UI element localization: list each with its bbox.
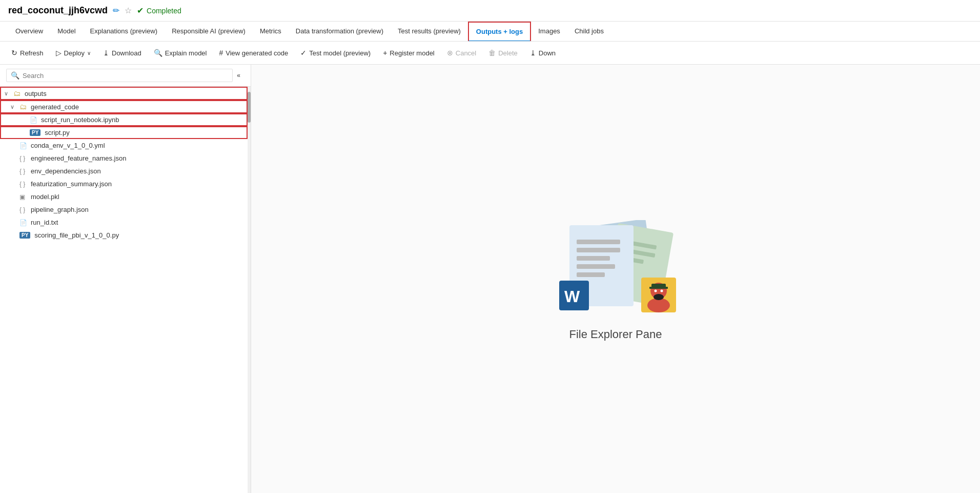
file-label: conda_env_v_1_0_0.yml — [31, 142, 105, 149]
svg-point-20 — [647, 298, 670, 312]
explain-model-button[interactable]: 🔍Explain model — [149, 46, 212, 60]
file-panel-header: 🔍 « — [0, 65, 251, 87]
file-tree: ∨🗂outputs∨🗂generated_code📄script_run_not… — [0, 87, 248, 493]
test-model-button[interactable]: ✓Test model (preview) — [295, 46, 376, 60]
tab-data-transformation[interactable]: Data transformation (preview) — [289, 22, 391, 41]
preview-title: File Explorer Pane — [569, 328, 662, 341]
tree-item-model_pkl[interactable]: ▣model.pkl — [0, 190, 248, 203]
download-label: Download — [112, 49, 141, 57]
file-label: outputs — [25, 90, 47, 97]
page-header: red_coconut_jjh6vcwd ✏ ☆ ✔ Completed — [0, 0, 980, 22]
page-title: red_coconut_jjh6vcwd — [8, 5, 108, 16]
svg-rect-14 — [577, 264, 615, 269]
register-model-label: Register model — [390, 49, 434, 57]
tab-explanations[interactable]: Explanations (preview) — [83, 22, 165, 41]
chevron-outputs[interactable]: ∨ — [4, 90, 11, 97]
tree-item-script_py[interactable]: PYscript.py — [0, 126, 248, 139]
file-badge: PY — [19, 232, 30, 239]
delete-icon: 🗑 — [488, 49, 496, 57]
file-badge: PY — [30, 129, 40, 136]
svg-rect-12 — [577, 248, 620, 252]
svg-point-24 — [661, 289, 663, 292]
search-box[interactable]: 🔍 — [6, 69, 233, 82]
tab-responsible-ai[interactable]: Responsible AI (preview) — [165, 22, 253, 41]
refresh-icon: ↻ — [11, 49, 17, 57]
tab-metrics[interactable]: Metrics — [253, 22, 289, 41]
file-label: featurization_summary.json — [31, 180, 112, 188]
explain-model-label: Explain model — [165, 49, 207, 57]
preview-pane: W File Explorer Pan — [251, 65, 980, 493]
svg-rect-15 — [577, 272, 605, 277]
tree-item-env_dependencies[interactable]: { }env_dependencies.json — [0, 165, 248, 178]
edit-icon[interactable]: ✏ — [113, 6, 119, 15]
tree-item-engineered_feature_names[interactable]: { }engineered_feature_names.json — [0, 152, 248, 165]
download-icon: ⤓ — [103, 49, 109, 57]
register-model-button[interactable]: +Register model — [378, 46, 440, 60]
file-explorer-illustration: W File Explorer Pan — [554, 220, 677, 341]
tree-item-conda_env[interactable]: 📄conda_env_v_1_0_0.yml — [0, 139, 248, 152]
tab-model[interactable]: Model — [50, 22, 83, 41]
register-model-icon: + — [383, 49, 387, 57]
file-icon: 📄 — [30, 116, 39, 124]
toolbar: ↻Refresh▷Deploy ∨⤓Download🔍Explain model… — [0, 42, 980, 65]
svg-rect-13 — [577, 256, 610, 261]
dropdown-arrow: ∨ — [87, 50, 91, 56]
search-input[interactable] — [23, 72, 228, 80]
svg-text:W: W — [564, 287, 580, 306]
deploy-button[interactable]: ▷Deploy ∨ — [51, 46, 96, 60]
test-model-label: Test model (preview) — [309, 49, 371, 57]
illustration-svg: W — [554, 220, 677, 318]
refresh-label: Refresh — [20, 49, 44, 57]
svg-point-23 — [655, 289, 657, 292]
file-icon: 📄 — [19, 142, 29, 149]
view-generated-code-icon: # — [219, 49, 223, 57]
view-generated-code-button[interactable]: #View generated code — [214, 46, 293, 60]
scrollbar[interactable] — [248, 87, 251, 493]
cancel-icon: ⊗ — [447, 49, 453, 57]
tree-item-pipeline_graph[interactable]: { }pipeline_graph.json — [0, 203, 248, 216]
svg-rect-22 — [649, 287, 668, 289]
file-label: script_run_notebook.ipynb — [41, 116, 119, 124]
file-icon: ▣ — [19, 193, 29, 201]
collapse-button[interactable]: « — [233, 70, 244, 81]
tab-child-jobs[interactable]: Child jobs — [567, 22, 611, 41]
svg-rect-11 — [577, 240, 620, 244]
test-model-icon: ✓ — [300, 49, 307, 57]
scrollbar-thumb[interactable] — [248, 92, 251, 123]
tree-item-scoring_file[interactable]: PYscoring_file_pbi_v_1_0_0.py — [0, 229, 248, 242]
refresh-button[interactable]: ↻Refresh — [6, 46, 49, 60]
status-badge: ✔ Completed — [137, 6, 181, 15]
status-label: Completed — [147, 7, 181, 15]
favorite-icon[interactable]: ☆ — [125, 6, 132, 15]
tree-item-generated_code[interactable]: ∨🗂generated_code — [0, 100, 248, 113]
folder-icon: 🗂 — [13, 89, 23, 97]
file-label: run_id.txt — [31, 219, 58, 226]
cancel-label: Cancel — [456, 49, 476, 57]
tree-item-featurization_summary[interactable]: { }featurization_summary.json — [0, 178, 248, 190]
tree-item-outputs[interactable]: ∨🗂outputs — [0, 87, 248, 100]
tab-images[interactable]: Images — [531, 22, 567, 41]
file-icon: { } — [19, 155, 29, 162]
tab-overview[interactable]: Overview — [8, 22, 50, 41]
download-button[interactable]: ⤓Download — [98, 46, 147, 60]
file-label: model.pkl — [31, 193, 59, 201]
file-icon: { } — [19, 206, 29, 213]
file-label: engineered_feature_names.json — [31, 154, 126, 162]
file-label: scoring_file_pbi_v_1_0_0.py — [34, 231, 119, 239]
tree-item-script_run_notebook[interactable]: 📄script_run_notebook.ipynb — [0, 113, 248, 126]
status-check-icon: ✔ — [137, 6, 144, 15]
cancel-button: ⊗Cancel — [442, 46, 481, 60]
delete-button: 🗑Delete — [483, 46, 523, 60]
download2-label: Down — [539, 49, 556, 57]
file-label: pipeline_graph.json — [31, 206, 89, 213]
file-label: script.py — [45, 129, 69, 136]
delete-label: Delete — [498, 49, 518, 57]
search-icon: 🔍 — [11, 71, 19, 80]
file-label: generated_code — [31, 103, 79, 111]
tab-test-results[interactable]: Test results (preview) — [391, 22, 468, 41]
tab-outputs-logs[interactable]: Outputs + logs — [468, 22, 531, 42]
download2-button[interactable]: ⤓Down — [525, 46, 561, 60]
tree-item-run_id[interactable]: 📄run_id.txt — [0, 216, 248, 229]
explain-model-icon: 🔍 — [154, 49, 162, 57]
chevron-generated_code[interactable]: ∨ — [10, 104, 17, 110]
